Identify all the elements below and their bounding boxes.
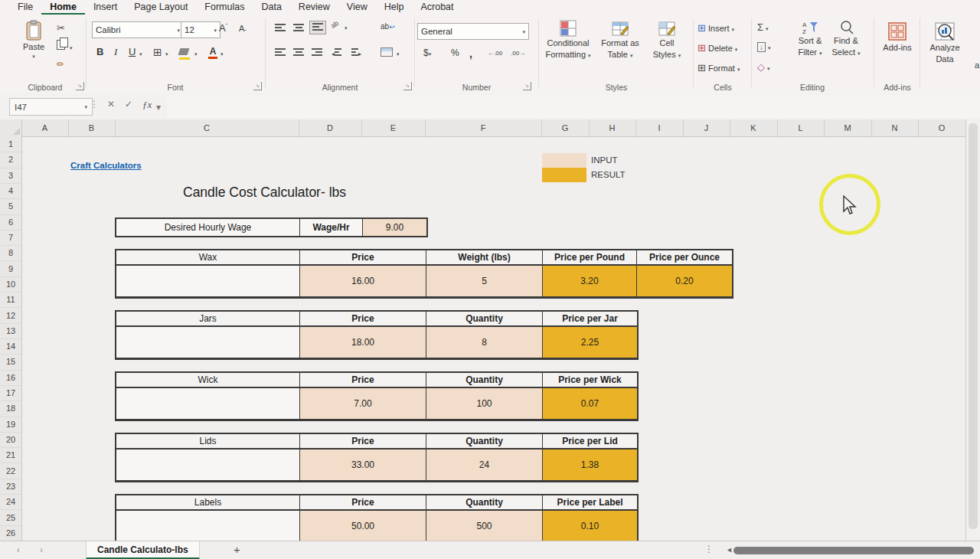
font-color-dropdown-arrow[interactable]: ▾: [220, 51, 224, 57]
jars-header-quantity[interactable]: Quantity: [426, 312, 543, 327]
wick-value-3[interactable]: 0.07: [543, 388, 637, 419]
vertical-scrollbar[interactable]: [965, 119, 980, 541]
row-header-12[interactable]: 12: [0, 307, 21, 323]
column-header-G[interactable]: G: [541, 119, 590, 136]
alignment-dialog-launcher[interactable]: ↘: [403, 82, 412, 90]
column-header-F[interactable]: F: [425, 119, 542, 136]
menu-tab-help[interactable]: Help: [376, 0, 413, 14]
wax-value-4[interactable]: 0.20: [637, 266, 732, 296]
addins-button[interactable]: Add-ins: [881, 21, 913, 53]
wick-value-1[interactable]: 7.00: [300, 388, 426, 419]
row-header-17[interactable]: 17: [0, 385, 21, 401]
column-header-N[interactable]: N: [871, 119, 919, 136]
wage-key-cell[interactable]: Wage/Hr: [300, 219, 363, 236]
row-header-8[interactable]: 8: [0, 245, 21, 261]
labels-value-0[interactable]: [116, 511, 300, 541]
borders-dropdown-arrow[interactable]: ▾: [165, 51, 168, 57]
lids-value-1[interactable]: 33.00: [300, 449, 426, 480]
labels-value-1[interactable]: 50.00: [300, 511, 426, 541]
formula-bar-dropdown-arrow[interactable]: ▾: [156, 103, 161, 112]
formula-input[interactable]: [167, 95, 980, 118]
row-header-26[interactable]: 26: [0, 525, 21, 541]
find-select-button[interactable]: Find & Select ▾: [829, 20, 863, 57]
jars-value-0[interactable]: [116, 327, 300, 358]
tabbar-options-icon[interactable]: ⋮: [704, 544, 714, 554]
lids-value-3[interactable]: 1.38: [543, 449, 637, 480]
paste-button[interactable]: Paste ▾: [18, 20, 49, 59]
menu-tab-data[interactable]: Data: [253, 0, 289, 14]
row-header-13[interactable]: 13: [0, 323, 21, 339]
row-header-14[interactable]: 14: [0, 338, 21, 355]
delete-cells-button[interactable]: ⊞ Delete ▾: [697, 43, 737, 53]
wax-header-price-per-ounce[interactable]: Price per Ounce: [637, 250, 732, 266]
new-sheet-button[interactable]: +: [234, 543, 240, 556]
row-header-16[interactable]: 16: [0, 370, 21, 386]
menu-tab-insert[interactable]: Insert: [85, 0, 126, 14]
row-header-2[interactable]: 2: [0, 152, 21, 168]
underline-button[interactable]: U: [129, 46, 136, 57]
lids-header-quantity[interactable]: Quantity: [426, 434, 543, 449]
sort-filter-button[interactable]: AZ Sort & Filter ▾: [794, 20, 826, 57]
column-header-D[interactable]: D: [299, 119, 362, 136]
column-header-M[interactable]: M: [824, 119, 872, 136]
font-dialog-launcher[interactable]: ↘: [253, 82, 262, 90]
select-all-corner[interactable]: [0, 119, 22, 136]
row-header-4[interactable]: 4: [0, 183, 21, 199]
lids-header-price-per-lid[interactable]: Price per Lid: [543, 434, 637, 449]
lids-header-name[interactable]: Lids: [116, 434, 300, 449]
shrink-font-button[interactable]: Aˇ: [239, 24, 247, 35]
wick-header-price[interactable]: Price: [300, 373, 426, 388]
align-center-button[interactable]: [291, 46, 306, 60]
decrease-decimal-button[interactable]: .00→: [511, 50, 525, 57]
labels-header-quantity[interactable]: Quantity: [426, 495, 543, 511]
row-header-19[interactable]: 19: [0, 417, 21, 433]
column-header-H[interactable]: H: [589, 119, 636, 136]
number-format-select[interactable]: General▾: [417, 23, 529, 40]
borders-button[interactable]: ⊞: [153, 46, 162, 58]
column-header-B[interactable]: B: [68, 119, 116, 136]
underline-dropdown-arrow[interactable]: ▾: [139, 51, 142, 57]
menu-tab-acrobat[interactable]: Acrobat: [412, 0, 462, 14]
active-sheet-tab[interactable]: Candle Calculato-lbs: [86, 541, 200, 559]
row-header-1[interactable]: 1: [0, 136, 21, 152]
autosum-button[interactable]: Σ ▾: [757, 22, 769, 32]
wax-header-name[interactable]: Wax: [116, 250, 300, 266]
bold-button[interactable]: B: [96, 46, 103, 57]
menu-tab-file[interactable]: File: [9, 0, 41, 14]
vertical-scrollbar-thumb[interactable]: [969, 123, 978, 529]
merge-dropdown-arrow[interactable]: ▾: [397, 51, 400, 57]
row-header-18[interactable]: 18: [0, 400, 21, 417]
menu-tab-page-layout[interactable]: Page Layout: [126, 0, 196, 14]
merge-center-button[interactable]: [381, 47, 393, 58]
row-header-5[interactable]: 5: [0, 198, 21, 214]
font-size-select[interactable]: 12▾: [181, 21, 220, 38]
scroll-left-icon[interactable]: ◄: [726, 546, 733, 554]
wage-value-cell[interactable]: 9.00: [363, 219, 426, 236]
column-header-K[interactable]: K: [730, 119, 778, 136]
row-header-25[interactable]: 25: [0, 509, 21, 525]
conditional-formatting-button[interactable]: Conditional Formatting ▾: [543, 20, 593, 60]
craft-calculators-link[interactable]: Craft Calculators: [70, 161, 142, 170]
wick-header-quantity[interactable]: Quantity: [426, 373, 543, 388]
lids-header-price[interactable]: Price: [300, 434, 426, 449]
number-dialog-launcher[interactable]: ↘: [523, 82, 531, 90]
percent-style-button[interactable]: %: [451, 47, 459, 58]
jars-value-1[interactable]: 18.00: [300, 327, 426, 358]
wick-header-price-per-wick[interactable]: Price per Wick: [543, 373, 637, 388]
align-bottom-button[interactable]: [309, 21, 326, 34]
prev-sheet-icon[interactable]: ‹: [17, 544, 20, 555]
copy-icon[interactable]: ▾: [57, 40, 73, 51]
column-header-L[interactable]: L: [777, 119, 825, 136]
wax-value-3[interactable]: 3.20: [543, 266, 637, 296]
column-header-O[interactable]: O: [918, 119, 966, 136]
column-header-E[interactable]: E: [361, 119, 426, 136]
wick-value-2[interactable]: 100: [426, 388, 543, 419]
menu-tab-home[interactable]: Home: [41, 0, 85, 15]
increase-decimal-button[interactable]: ←.00: [488, 50, 502, 57]
increase-indent-button[interactable]: ▸: [349, 46, 364, 60]
jars-header-name[interactable]: Jars: [116, 312, 300, 327]
analyze-data-button[interactable]: Analyze Data: [927, 21, 962, 64]
labels-header-price-per-label[interactable]: Price per Label: [543, 495, 637, 511]
labels-header-price[interactable]: Price: [300, 495, 426, 511]
comma-style-button[interactable]: ,: [469, 47, 472, 60]
